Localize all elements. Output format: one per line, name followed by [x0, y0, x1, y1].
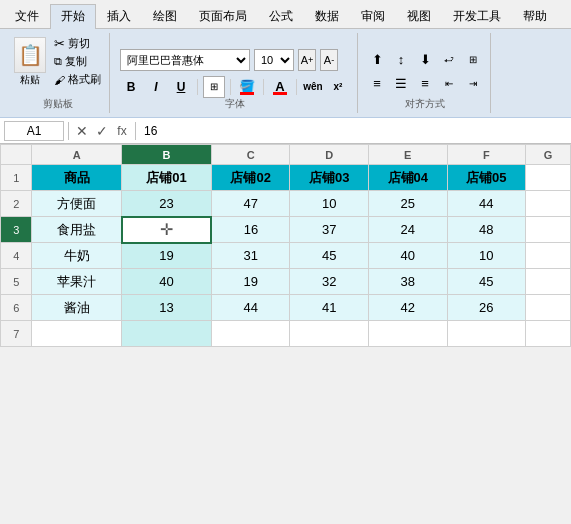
cell-F1[interactable]: 店铺05: [447, 165, 526, 191]
tab-view[interactable]: 视图: [396, 4, 442, 28]
cell-F6[interactable]: 26: [447, 295, 526, 321]
row-header-4[interactable]: 4: [1, 243, 32, 269]
cell-E3[interactable]: 24: [368, 217, 447, 243]
formula-input[interactable]: [140, 121, 567, 141]
cell-B5[interactable]: 40: [122, 269, 212, 295]
indent-increase-button[interactable]: ⇥: [462, 74, 484, 94]
cell-E7[interactable]: [368, 321, 447, 347]
cell-D4[interactable]: 45: [290, 243, 369, 269]
cell-D3[interactable]: 37: [290, 217, 369, 243]
cell-A2[interactable]: 方便面: [32, 191, 122, 217]
cell-E5[interactable]: 38: [368, 269, 447, 295]
cell-E6[interactable]: 42: [368, 295, 447, 321]
cell-D6[interactable]: 41: [290, 295, 369, 321]
cell-D5[interactable]: 32: [290, 269, 369, 295]
cell-A7[interactable]: [32, 321, 122, 347]
col-header-B[interactable]: B: [122, 145, 212, 165]
cell-A1[interactable]: 商品: [32, 165, 122, 191]
tab-file[interactable]: 文件: [4, 4, 50, 28]
cell-B2[interactable]: 23: [122, 191, 212, 217]
cell-B7[interactable]: [122, 321, 212, 347]
cell-F3[interactable]: 48: [447, 217, 526, 243]
tab-home[interactable]: 开始: [50, 4, 96, 29]
cell-F7[interactable]: [447, 321, 526, 347]
col-header-A[interactable]: A: [32, 145, 122, 165]
cell-D2[interactable]: 10: [290, 191, 369, 217]
indent-decrease-button[interactable]: ⇤: [438, 74, 460, 94]
font-size-increase[interactable]: A+: [298, 49, 316, 71]
tab-insert[interactable]: 插入: [96, 4, 142, 28]
font-size-decrease[interactable]: A-: [320, 49, 338, 71]
cell-C2[interactable]: 47: [211, 191, 290, 217]
cell-F5[interactable]: 45: [447, 269, 526, 295]
cell-E4[interactable]: 40: [368, 243, 447, 269]
insert-function-icon[interactable]: fx: [113, 124, 131, 138]
row-header-1[interactable]: 1: [1, 165, 32, 191]
strikethrough-button[interactable]: wên: [302, 76, 324, 98]
format-painter-button[interactable]: 🖌 格式刷: [52, 71, 103, 88]
align-center-button[interactable]: ☰: [390, 74, 412, 94]
cell-E2[interactable]: 25: [368, 191, 447, 217]
tab-help[interactable]: 帮助: [512, 4, 558, 28]
font-color-button[interactable]: A: [269, 76, 291, 98]
tab-data[interactable]: 数据: [304, 4, 350, 28]
cell-G4[interactable]: [526, 243, 571, 269]
border-button[interactable]: ⊞: [203, 76, 225, 98]
col-header-F[interactable]: F: [447, 145, 526, 165]
col-header-E[interactable]: E: [368, 145, 447, 165]
underline-button[interactable]: U: [170, 76, 192, 98]
bold-button[interactable]: B: [120, 76, 142, 98]
cell-G5[interactable]: [526, 269, 571, 295]
cell-reference[interactable]: A1: [4, 121, 64, 141]
tab-review[interactable]: 审阅: [350, 4, 396, 28]
tab-dev[interactable]: 开发工具: [442, 4, 512, 28]
cell-B6[interactable]: 13: [122, 295, 212, 321]
font-size-select[interactable]: 10: [254, 49, 294, 71]
cell-F2[interactable]: 44: [447, 191, 526, 217]
merge-button[interactable]: ⊞: [462, 50, 484, 70]
paste-button[interactable]: 📋 粘贴: [12, 35, 48, 89]
col-header-G[interactable]: G: [526, 145, 571, 165]
confirm-formula-icon[interactable]: ✓: [93, 123, 111, 139]
tab-layout[interactable]: 页面布局: [188, 4, 258, 28]
cell-D7[interactable]: [290, 321, 369, 347]
cell-A5[interactable]: 苹果汁: [32, 269, 122, 295]
col-header-C[interactable]: C: [211, 145, 290, 165]
cell-C4[interactable]: 31: [211, 243, 290, 269]
cell-A4[interactable]: 牛奶: [32, 243, 122, 269]
align-right-button[interactable]: ≡: [414, 74, 436, 94]
cell-F4[interactable]: 10: [447, 243, 526, 269]
wrap-text-button[interactable]: ⮐: [438, 50, 460, 70]
cancel-formula-icon[interactable]: ✕: [73, 123, 91, 139]
cell-C3[interactable]: 16: [211, 217, 290, 243]
cell-G2[interactable]: [526, 191, 571, 217]
tab-formula[interactable]: 公式: [258, 4, 304, 28]
row-header-5[interactable]: 5: [1, 269, 32, 295]
cell-E1[interactable]: 店铺04: [368, 165, 447, 191]
cell-C6[interactable]: 44: [211, 295, 290, 321]
cell-C7[interactable]: [211, 321, 290, 347]
align-middle-button[interactable]: ↕: [390, 50, 412, 70]
cell-C5[interactable]: 19: [211, 269, 290, 295]
cell-G7[interactable]: [526, 321, 571, 347]
cut-button[interactable]: ✂ 剪切: [52, 35, 103, 52]
row-header-7[interactable]: 7: [1, 321, 32, 347]
align-bottom-button[interactable]: ⬇: [414, 50, 436, 70]
cell-G6[interactable]: [526, 295, 571, 321]
superscript-button[interactable]: x²: [327, 76, 349, 98]
copy-button[interactable]: ⧉ 复制: [52, 53, 103, 70]
col-header-D[interactable]: D: [290, 145, 369, 165]
cell-A6[interactable]: 酱油: [32, 295, 122, 321]
cell-B3[interactable]: ✛: [122, 217, 212, 243]
row-header-3[interactable]: 3: [1, 217, 32, 243]
row-header-2[interactable]: 2: [1, 191, 32, 217]
fill-color-button[interactable]: 🪣: [236, 76, 258, 98]
cell-C1[interactable]: 店铺02: [211, 165, 290, 191]
align-top-button[interactable]: ⬆: [366, 50, 388, 70]
align-left-button[interactable]: ≡: [366, 74, 388, 94]
italic-button[interactable]: I: [145, 76, 167, 98]
cell-B1[interactable]: 店铺01: [122, 165, 212, 191]
cell-G3[interactable]: [526, 217, 571, 243]
cell-D1[interactable]: 店铺03: [290, 165, 369, 191]
font-name-select[interactable]: 阿里巴巴普惠体: [120, 49, 250, 71]
